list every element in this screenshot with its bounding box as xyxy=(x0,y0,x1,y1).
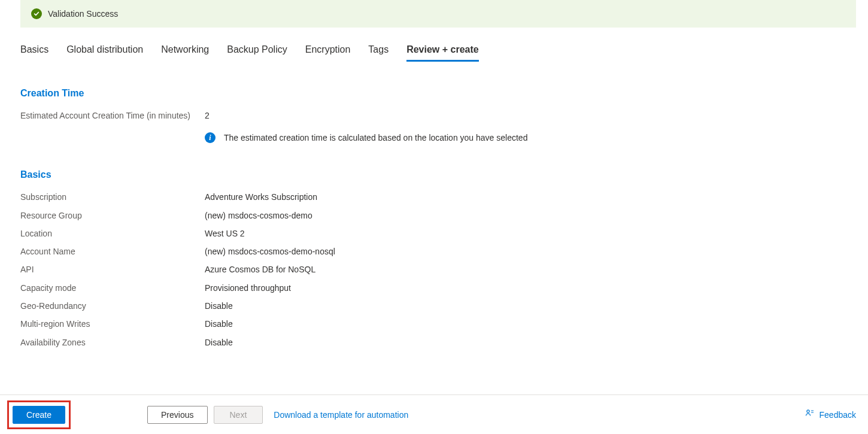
label-account-name: Account Name xyxy=(20,245,205,257)
row-availability-zones: Availability Zones Disable xyxy=(20,336,856,348)
value-api: Azure Cosmos DB for NoSQL xyxy=(205,263,315,275)
row-api: API Azure Cosmos DB for NoSQL xyxy=(20,263,856,275)
label-subscription: Subscription xyxy=(20,191,205,203)
footer-bar: Create Previous Next Download a template… xyxy=(0,394,868,434)
info-note: i The estimated creation time is calcula… xyxy=(205,132,856,143)
row-location: Location West US 2 xyxy=(20,227,856,239)
value-location: West US 2 xyxy=(205,227,245,239)
label-api: API xyxy=(20,263,205,275)
create-button[interactable]: Create xyxy=(13,406,65,424)
feedback-label: Feedback xyxy=(820,410,856,420)
value-estimated-time: 2 xyxy=(205,110,210,122)
label-estimated-time: Estimated Account Creation Time (in minu… xyxy=(20,110,205,122)
value-account-name: (new) msdocs-cosmos-demo-nosql xyxy=(205,245,335,257)
tab-backup-policy[interactable]: Backup Policy xyxy=(227,44,287,62)
info-note-text: The estimated creation time is calculate… xyxy=(224,133,527,142)
download-template-link[interactable]: Download a template for automation xyxy=(274,410,408,420)
info-icon: i xyxy=(205,132,216,143)
value-capacity-mode: Provisioned throughput xyxy=(205,282,291,294)
label-multi-region-writes: Multi-region Writes xyxy=(20,318,205,330)
previous-button[interactable]: Previous xyxy=(147,406,207,424)
next-button: Next xyxy=(214,406,263,424)
tab-tags[interactable]: Tags xyxy=(368,44,389,62)
tab-networking[interactable]: Networking xyxy=(161,44,209,62)
row-multi-region-writes: Multi-region Writes Disable xyxy=(20,318,856,330)
row-account-name: Account Name (new) msdocs-cosmos-demo-no… xyxy=(20,245,856,257)
label-geo-redundancy: Geo-Redundancy xyxy=(20,300,205,312)
value-resource-group: (new) msdocs-cosmos-demo xyxy=(205,210,312,221)
feedback-link[interactable]: Feedback xyxy=(805,409,856,420)
label-resource-group: Resource Group xyxy=(20,210,205,221)
tab-basics[interactable]: Basics xyxy=(20,44,48,62)
label-availability-zones: Availability Zones xyxy=(20,336,205,348)
tab-global-distribution[interactable]: Global distribution xyxy=(66,44,143,62)
feedback-icon xyxy=(805,409,815,420)
label-capacity-mode: Capacity mode xyxy=(20,282,205,294)
row-resource-group: Resource Group (new) msdocs-cosmos-demo xyxy=(20,210,856,221)
section-heading-creation-time: Creation Time xyxy=(20,88,856,99)
validation-text: Validation Success xyxy=(48,9,118,19)
value-subscription: Adventure Works Subscription xyxy=(205,191,317,203)
success-check-icon xyxy=(31,8,42,19)
tab-encryption[interactable]: Encryption xyxy=(305,44,351,62)
row-geo-redundancy: Geo-Redundancy Disable xyxy=(20,300,856,312)
label-location: Location xyxy=(20,227,205,239)
svg-point-0 xyxy=(806,410,809,412)
tab-review-create[interactable]: Review + create xyxy=(406,44,479,62)
wizard-tabs: Basics Global distribution Networking Ba… xyxy=(20,28,856,62)
row-subscription: Subscription Adventure Works Subscriptio… xyxy=(20,191,856,203)
create-button-highlight: Create xyxy=(7,400,71,429)
value-geo-redundancy: Disable xyxy=(205,300,233,312)
section-heading-basics: Basics xyxy=(20,169,856,180)
validation-banner: Validation Success xyxy=(20,0,856,28)
row-estimated-time: Estimated Account Creation Time (in minu… xyxy=(20,110,856,122)
row-capacity-mode: Capacity mode Provisioned throughput xyxy=(20,282,856,294)
value-multi-region-writes: Disable xyxy=(205,318,233,330)
value-availability-zones: Disable xyxy=(205,336,233,348)
